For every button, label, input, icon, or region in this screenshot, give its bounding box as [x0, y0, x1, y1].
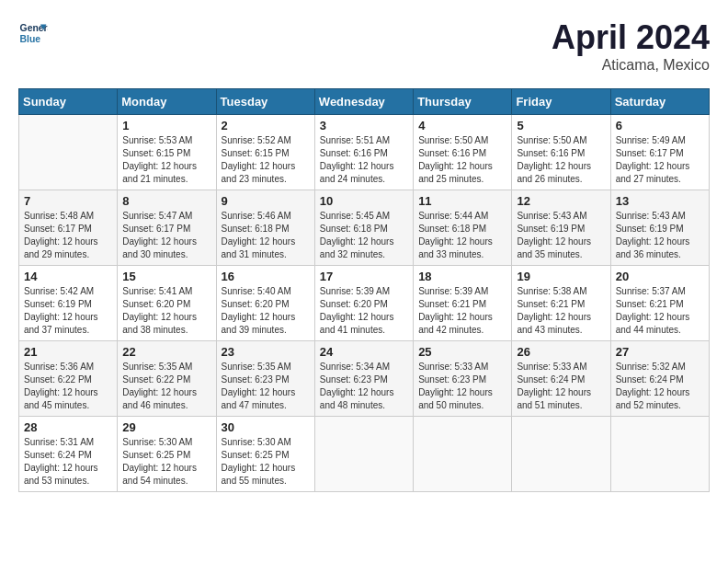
calendar-cell: 14Sunrise: 5:42 AMSunset: 6:19 PMDayligh… — [19, 266, 118, 341]
calendar-cell: 17Sunrise: 5:39 AMSunset: 6:20 PMDayligh… — [314, 266, 413, 341]
title-block: April 2024 Aticama, Mexico — [552, 18, 710, 74]
day-number: 28 — [24, 420, 112, 434]
day-number: 27 — [616, 345, 704, 359]
day-number: 13 — [616, 194, 704, 208]
day-info: Sunrise: 5:50 AMSunset: 6:16 PMDaylight:… — [418, 134, 506, 186]
day-info: Sunrise: 5:49 AMSunset: 6:17 PMDaylight:… — [616, 134, 704, 186]
calendar-table: SundayMondayTuesdayWednesdayThursdayFrid… — [18, 88, 710, 492]
calendar-cell: 3Sunrise: 5:51 AMSunset: 6:16 PMDaylight… — [314, 115, 413, 190]
day-number: 6 — [616, 119, 704, 132]
weekday-header-thursday: Thursday — [414, 89, 512, 115]
weekday-header-wednesday: Wednesday — [314, 89, 413, 115]
day-number: 11 — [418, 194, 506, 208]
calendar-cell: 30Sunrise: 5:30 AMSunset: 6:25 PMDayligh… — [216, 417, 314, 492]
day-info: Sunrise: 5:47 AMSunset: 6:17 PMDaylight:… — [122, 210, 210, 261]
day-number: 23 — [222, 345, 310, 359]
day-number: 19 — [517, 270, 605, 283]
day-info: Sunrise: 5:35 AMSunset: 6:22 PMDaylight:… — [122, 361, 210, 412]
day-number: 8 — [122, 194, 210, 208]
calendar-week-1: 1Sunrise: 5:53 AMSunset: 6:15 PMDaylight… — [19, 115, 710, 190]
logo: General Blue — [18, 18, 48, 48]
calendar-header-row: SundayMondayTuesdayWednesdayThursdayFrid… — [19, 89, 710, 115]
calendar-cell: 18Sunrise: 5:39 AMSunset: 6:21 PMDayligh… — [414, 266, 512, 341]
day-info: Sunrise: 5:30 AMSunset: 6:25 PMDaylight:… — [122, 436, 210, 488]
day-number: 15 — [122, 270, 210, 283]
weekday-header-tuesday: Tuesday — [216, 89, 314, 115]
calendar-week-4: 21Sunrise: 5:36 AMSunset: 6:22 PMDayligh… — [19, 341, 710, 417]
day-number: 2 — [222, 119, 310, 132]
day-info: Sunrise: 5:44 AMSunset: 6:18 PMDaylight:… — [418, 210, 506, 261]
day-info: Sunrise: 5:31 AMSunset: 6:24 PMDaylight:… — [24, 436, 112, 488]
calendar-cell: 7Sunrise: 5:48 AMSunset: 6:17 PMDaylight… — [19, 190, 118, 266]
calendar-cell: 26Sunrise: 5:33 AMSunset: 6:24 PMDayligh… — [512, 341, 610, 417]
day-info: Sunrise: 5:43 AMSunset: 6:19 PMDaylight:… — [616, 210, 704, 261]
day-number: 10 — [320, 194, 408, 208]
calendar-cell: 16Sunrise: 5:40 AMSunset: 6:20 PMDayligh… — [216, 266, 314, 341]
day-info: Sunrise: 5:51 AMSunset: 6:16 PMDaylight:… — [320, 134, 408, 186]
calendar-cell: 11Sunrise: 5:44 AMSunset: 6:18 PMDayligh… — [414, 190, 512, 266]
calendar-cell: 8Sunrise: 5:47 AMSunset: 6:17 PMDaylight… — [118, 190, 216, 266]
day-number: 16 — [222, 270, 310, 283]
day-info: Sunrise: 5:35 AMSunset: 6:23 PMDaylight:… — [222, 361, 310, 412]
day-info: Sunrise: 5:38 AMSunset: 6:21 PMDaylight:… — [517, 285, 605, 337]
calendar-cell — [19, 115, 118, 190]
calendar-cell — [610, 417, 709, 492]
day-info: Sunrise: 5:41 AMSunset: 6:20 PMDaylight:… — [122, 285, 210, 337]
calendar-cell: 5Sunrise: 5:50 AMSunset: 6:16 PMDaylight… — [512, 115, 610, 190]
day-number: 1 — [122, 119, 210, 132]
day-number: 14 — [24, 270, 112, 283]
day-number: 24 — [320, 345, 408, 359]
day-info: Sunrise: 5:36 AMSunset: 6:22 PMDaylight:… — [24, 361, 112, 412]
page-header: General Blue April 2024 Aticama, Mexico — [18, 18, 710, 74]
calendar-week-5: 28Sunrise: 5:31 AMSunset: 6:24 PMDayligh… — [19, 417, 710, 492]
day-number: 9 — [222, 194, 310, 208]
day-number: 22 — [122, 345, 210, 359]
day-info: Sunrise: 5:39 AMSunset: 6:21 PMDaylight:… — [418, 285, 506, 337]
calendar-cell: 20Sunrise: 5:37 AMSunset: 6:21 PMDayligh… — [610, 266, 709, 341]
day-info: Sunrise: 5:53 AMSunset: 6:15 PMDaylight:… — [122, 134, 210, 186]
day-info: Sunrise: 5:34 AMSunset: 6:23 PMDaylight:… — [320, 361, 408, 412]
calendar-cell: 6Sunrise: 5:49 AMSunset: 6:17 PMDaylight… — [610, 115, 709, 190]
day-number: 3 — [320, 119, 408, 132]
day-number: 20 — [616, 270, 704, 283]
day-info: Sunrise: 5:32 AMSunset: 6:24 PMDaylight:… — [616, 361, 704, 412]
logo-icon: General Blue — [18, 18, 48, 48]
calendar-cell: 2Sunrise: 5:52 AMSunset: 6:15 PMDaylight… — [216, 115, 314, 190]
calendar-cell: 27Sunrise: 5:32 AMSunset: 6:24 PMDayligh… — [610, 341, 709, 417]
day-number: 25 — [418, 345, 506, 359]
day-number: 4 — [418, 119, 506, 132]
day-info: Sunrise: 5:42 AMSunset: 6:19 PMDaylight:… — [24, 285, 112, 337]
calendar-cell: 28Sunrise: 5:31 AMSunset: 6:24 PMDayligh… — [19, 417, 118, 492]
calendar-cell: 13Sunrise: 5:43 AMSunset: 6:19 PMDayligh… — [610, 190, 709, 266]
location-subtitle: Aticama, Mexico — [552, 57, 710, 74]
day-number: 26 — [517, 345, 605, 359]
day-info: Sunrise: 5:50 AMSunset: 6:16 PMDaylight:… — [517, 134, 605, 186]
day-number: 18 — [418, 270, 506, 283]
calendar-cell: 23Sunrise: 5:35 AMSunset: 6:23 PMDayligh… — [216, 341, 314, 417]
calendar-cell: 4Sunrise: 5:50 AMSunset: 6:16 PMDaylight… — [414, 115, 512, 190]
day-info: Sunrise: 5:46 AMSunset: 6:18 PMDaylight:… — [222, 210, 310, 261]
day-number: 17 — [320, 270, 408, 283]
day-info: Sunrise: 5:33 AMSunset: 6:23 PMDaylight:… — [418, 361, 506, 412]
day-info: Sunrise: 5:52 AMSunset: 6:15 PMDaylight:… — [222, 134, 310, 186]
day-info: Sunrise: 5:39 AMSunset: 6:20 PMDaylight:… — [320, 285, 408, 337]
weekday-header-sunday: Sunday — [19, 89, 118, 115]
calendar-cell — [314, 417, 413, 492]
day-info: Sunrise: 5:33 AMSunset: 6:24 PMDaylight:… — [517, 361, 605, 412]
day-number: 30 — [222, 420, 310, 434]
calendar-cell — [512, 417, 610, 492]
day-info: Sunrise: 5:40 AMSunset: 6:20 PMDaylight:… — [222, 285, 310, 337]
calendar-cell: 22Sunrise: 5:35 AMSunset: 6:22 PMDayligh… — [118, 341, 216, 417]
weekday-header-saturday: Saturday — [610, 89, 709, 115]
day-number: 5 — [517, 119, 605, 132]
calendar-cell: 24Sunrise: 5:34 AMSunset: 6:23 PMDayligh… — [314, 341, 413, 417]
calendar-cell: 1Sunrise: 5:53 AMSunset: 6:15 PMDaylight… — [118, 115, 216, 190]
calendar-week-3: 14Sunrise: 5:42 AMSunset: 6:19 PMDayligh… — [19, 266, 710, 341]
calendar-cell: 25Sunrise: 5:33 AMSunset: 6:23 PMDayligh… — [414, 341, 512, 417]
day-number: 21 — [24, 345, 112, 359]
day-number: 29 — [122, 420, 210, 434]
weekday-header-monday: Monday — [118, 89, 216, 115]
calendar-cell: 12Sunrise: 5:43 AMSunset: 6:19 PMDayligh… — [512, 190, 610, 266]
calendar-cell: 9Sunrise: 5:46 AMSunset: 6:18 PMDaylight… — [216, 190, 314, 266]
calendar-cell: 19Sunrise: 5:38 AMSunset: 6:21 PMDayligh… — [512, 266, 610, 341]
